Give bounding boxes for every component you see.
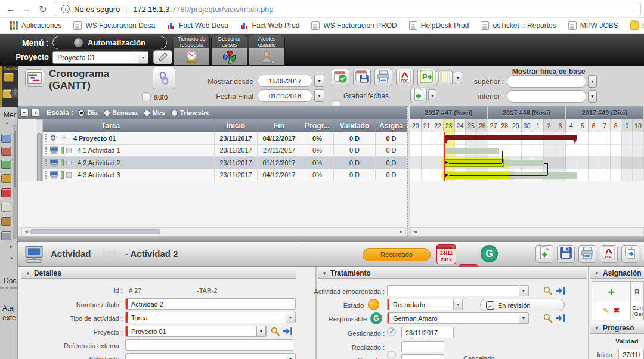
pdf-button[interactable]: PDF [600, 245, 618, 263]
sidebar-menu-label[interactable]: Mer [4, 111, 16, 119]
print-button[interactable] [578, 245, 596, 263]
help-icon[interactable]: ? [10, 88, 18, 98]
chevron-down-icon[interactable]: ▼ [286, 353, 295, 359]
edit-icon[interactable]: ✎ [603, 306, 610, 315]
sidebar-icon[interactable] [1, 174, 11, 183]
gantt-bar[interactable] [444, 135, 577, 140]
collapse-icon[interactable]: − [61, 135, 67, 141]
name-input[interactable]: Actividad 2 [125, 298, 296, 310]
search-icon[interactable] [270, 326, 280, 336]
add-assignment-button[interactable]: ＋ [592, 281, 631, 301]
scroll-left-icon[interactable]: ◄ [23, 228, 30, 235]
drag-handle[interactable] [45, 171, 47, 179]
checkbox-icon[interactable] [66, 148, 72, 153]
bookmark-item[interactable]: osTicket :: Reportes [476, 20, 561, 32]
end-date-dropdown[interactable]: ▼ [314, 89, 324, 102]
hscroll-thumb[interactable] [30, 229, 160, 234]
project-field-select[interactable]: Proyecto 01▼ [125, 326, 267, 337]
scale-radio-Mes[interactable] [144, 110, 150, 116]
pdf-export-button[interactable]: PDF [396, 69, 414, 86]
sidebar-icon[interactable] [4, 73, 14, 82]
sidebar-icon[interactable] [1, 134, 11, 143]
save-planning-button[interactable] [353, 69, 371, 86]
section-header-asignacion[interactable]: ▼ Asignación [590, 267, 644, 279]
auto-checkbox[interactable] [142, 92, 151, 101]
sidebar-scrollbar-thumb[interactable] [14, 131, 16, 187]
column-header-Fin[interactable]: Fin [258, 119, 301, 132]
bookmark-item[interactable]: WS Facturacion Desa [69, 20, 160, 32]
collapse-icon[interactable]: ▼ [595, 271, 599, 276]
chevron-down-icon[interactable]: ▾ [10, 245, 12, 250]
status-badge[interactable]: Recordado [363, 248, 431, 261]
table-vscroll-thumb[interactable] [37, 133, 42, 185]
status-select[interactable]: Recordado▼ [387, 299, 463, 310]
chevron-right-icon[interactable]: ▸ [11, 255, 13, 261]
drag-handle[interactable] [45, 147, 47, 154]
add-element-dropdown[interactable]: ▼ [428, 89, 436, 101]
section-header-progreso[interactable]: ▼ Progreso [590, 322, 644, 334]
baseline-top-dropdown[interactable]: ▼ [588, 75, 597, 88]
menu-selector[interactable]: Automatización [52, 36, 167, 49]
scroll-left-icon[interactable]: ◄ [411, 228, 419, 235]
scroll-right-icon[interactable]: ► [397, 228, 405, 235]
column-header-Asigna[interactable]: Asigna [376, 119, 407, 132]
baseline-top-select[interactable] [507, 75, 586, 88]
chevron-down-icon[interactable]: ▼ [256, 326, 266, 337]
column-header-Progr...[interactable]: Progr... [301, 119, 334, 132]
parent-activity-select[interactable]: ▼ [387, 285, 529, 296]
chevron-down-icon[interactable]: ▼ [286, 312, 295, 323]
column-header-Inicio[interactable]: Inicio [215, 119, 258, 132]
done-date-field[interactable] [401, 341, 444, 352]
section-header-detalles[interactable]: ▼ Detalles [21, 267, 296, 279]
browser-back-icon[interactable]: ← [4, 2, 18, 16]
goto-icon[interactable] [283, 326, 293, 336]
bookmark-item[interactable]: HelpDesk Prod [404, 20, 474, 32]
print-button[interactable] [374, 69, 392, 86]
column-header-Validado[interactable]: Validado [334, 119, 376, 132]
requestor-select[interactable]: ▼ [125, 353, 296, 359]
closed-date-field[interactable] [401, 354, 444, 359]
sidebar-shortcuts-label-2[interactable]: exte [2, 314, 16, 322]
drag-handle[interactable] [45, 159, 47, 166]
refresh-button[interactable] [153, 67, 175, 89]
drag-handle[interactable] [45, 134, 47, 142]
show-from-field[interactable]: 15/05/2017 [258, 75, 312, 87]
scale-radio-Semana[interactable] [104, 110, 110, 116]
sidebar-icon[interactable] [1, 231, 11, 240]
collapse-icon[interactable]: ▼ [595, 326, 599, 331]
managed-date-field[interactable]: 23/11/2017 [401, 327, 454, 338]
chevron-down-icon[interactable]: ▼ [138, 52, 148, 63]
tab-respuesta[interactable]: Tiempos derespuesta [174, 35, 210, 66]
show-from-dropdown[interactable]: ▼ [314, 75, 324, 87]
collapse-icon[interactable]: ▼ [26, 271, 30, 276]
table-row[interactable]: 4.1 Actividad 123/11/201727/11/20170%0 D… [43, 145, 407, 157]
bookmark-item[interactable]: Fact Web Prod [236, 20, 305, 32]
sidebar-shortcuts-label-1[interactable]: Ataj [2, 304, 15, 312]
external-ref-input[interactable] [125, 339, 293, 351]
zoom-out-button[interactable]: − [20, 109, 29, 117]
table-row[interactable]: −4 Proyecto 0123/11/201704/12/20170%0 D0… [43, 132, 407, 145]
copy-button[interactable] [621, 245, 639, 263]
scale-radio-Trimestre[interactable] [171, 110, 178, 116]
responsible-avatar[interactable]: G [481, 245, 498, 262]
checkbox-icon[interactable] [66, 172, 72, 178]
edit-project-button[interactable] [153, 50, 172, 64]
responsible-select[interactable]: German Amaro▼ [387, 312, 529, 324]
gantt-bar[interactable] [444, 148, 499, 154]
browser-reload-icon[interactable]: ↻ [36, 2, 50, 16]
scale-radio-Día[interactable] [78, 110, 85, 116]
column-header-Tarea[interactable]: Tarea [18, 119, 215, 132]
bookmark-item[interactable]: Importados [626, 20, 644, 32]
project-export-button[interactable]: P [417, 69, 435, 86]
gantt-horizontal-scrollbar[interactable]: ◄ [410, 227, 644, 236]
activity-type-select[interactable]: Tarea▼ [125, 312, 296, 323]
table-row[interactable]: 4.2 Actividad 223/11/201701/12/20170%0 D… [43, 157, 407, 169]
table-horizontal-scrollbar[interactable]: ◄ ► [21, 227, 406, 236]
goto-icon[interactable] [555, 313, 565, 323]
bookmark-item[interactable]: MPW JOBS [564, 20, 623, 32]
baseline-bottom-dropdown[interactable]: ▼ [588, 90, 597, 103]
bookmark-item[interactable]: Fact Web Desa [162, 20, 233, 32]
tab-usuario[interactable]: Ajustesusuario [249, 35, 285, 66]
assignment-resource-cell[interactable]: German(Gerente [630, 301, 644, 320]
search-icon[interactable] [543, 313, 553, 323]
